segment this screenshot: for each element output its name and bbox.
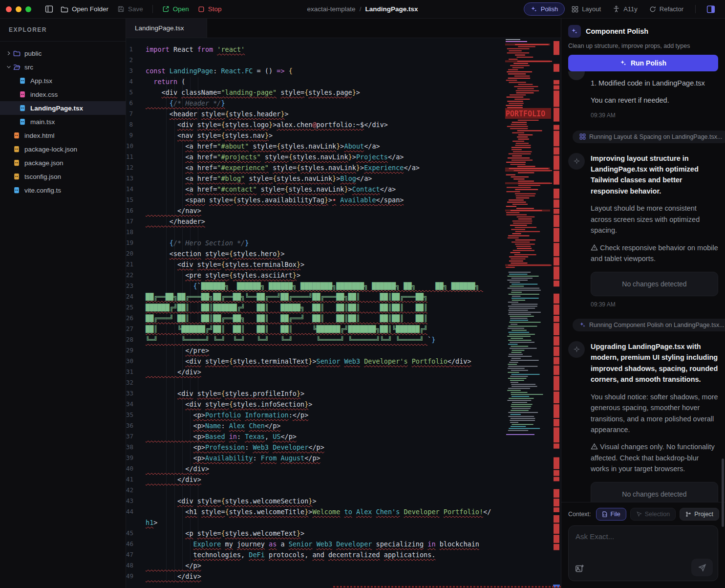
sidebar-item-package-lock-json[interactable]: package-lock.json bbox=[0, 142, 126, 156]
file-icon bbox=[19, 77, 26, 84]
sidebar-item-vite-config-ts[interactable]: vite.config.ts bbox=[0, 183, 126, 197]
tab-landingpage[interactable]: LandingPage.tsx bbox=[126, 19, 207, 38]
minimize-window-button[interactable] bbox=[16, 6, 21, 12]
code-line[interactable]: 26██╔═══╝ ██║ ██║██╔══██╗ ██║ ██╔══╝ ██║… bbox=[126, 313, 503, 324]
code-line[interactable]: 9 <nav style={styles.nav}> bbox=[126, 130, 503, 141]
context-pill-project[interactable]: Project bbox=[680, 508, 719, 521]
code-line[interactable]: 24██╔══██╗██╔═══██╗██╔══██╗╚══██╔══╝██╔═… bbox=[126, 291, 503, 302]
code-line[interactable]: 18 bbox=[126, 227, 503, 238]
code-line[interactable]: 33 <div style={styles.profileInfo}> bbox=[126, 388, 503, 399]
sidebar-item-package-json[interactable]: package.json bbox=[0, 156, 126, 170]
code-line[interactable]: 8 <div style={styles.logo}>alex.chen@por… bbox=[126, 119, 503, 130]
sidebar-item-index-html[interactable]: index.html bbox=[0, 129, 126, 142]
code-line[interactable]: 29 </pre> bbox=[126, 345, 503, 356]
code-line[interactable]: 21 <div style={styles.terminalBox}> bbox=[126, 259, 503, 270]
context-pill-selection[interactable]: Selection bbox=[630, 508, 676, 521]
context-pill-file[interactable]: File bbox=[596, 508, 626, 521]
chevron-down-icon[interactable] bbox=[5, 65, 13, 69]
code-line[interactable]: 17 </header> bbox=[126, 216, 503, 227]
code-line[interactable]: 41 </div> bbox=[126, 474, 503, 485]
code-line[interactable]: 48 </p> bbox=[126, 560, 503, 571]
open-preview-button[interactable]: Open bbox=[158, 3, 193, 15]
code-line[interactable]: 46 Explore my journey as a Senior Web3 D… bbox=[126, 539, 503, 549]
code-line[interactable]: 11 <a href="#projects" style={styles.nav… bbox=[126, 152, 503, 162]
code-line[interactable]: 45 <p style={styles.welcomeText}> bbox=[126, 528, 503, 539]
line-number: 17 bbox=[126, 216, 146, 227]
code-line[interactable]: 12 <a href="#experience" style={styles.n… bbox=[126, 162, 503, 173]
code-line[interactable]: 39 <p>Availability: From August</p> bbox=[126, 453, 503, 463]
ask-input[interactable] bbox=[576, 532, 711, 541]
code-line[interactable]: 34 <div style={styles.infoSection}> bbox=[126, 399, 503, 410]
sidebar-item-main-tsx[interactable]: main.tsx bbox=[0, 115, 126, 129]
code-line[interactable]: 15 <span style={styles.availabilityTag}>… bbox=[126, 195, 503, 205]
code-line[interactable]: 20 <section style={styles.hero}> bbox=[126, 248, 503, 259]
panel-scrollbar[interactable] bbox=[722, 458, 724, 527]
code-line[interactable]: 19 {/* Hero Section */} bbox=[126, 238, 503, 248]
chevron-right-icon[interactable] bbox=[5, 51, 13, 56]
code-line[interactable]: 47 technologies, DeFi protocols, and dec… bbox=[126, 549, 503, 560]
save-button[interactable]: Save bbox=[113, 3, 148, 15]
code-line[interactable]: 28╚═╝ ╚═════╝ ╚═╝ ╚═╝ ╚═╝ ╚═╝ ╚═════╝ ╚═… bbox=[126, 334, 503, 345]
breadcrumb: exactai-template / LandingPage.tsx bbox=[307, 5, 418, 13]
code-lines[interactable]: 1import React from 'react'23const Landin… bbox=[126, 44, 503, 582]
refactor-button[interactable]: Refactor bbox=[644, 3, 688, 15]
code-line[interactable]: 6 {/* Header */} bbox=[126, 98, 503, 109]
ask-input-box[interactable] bbox=[568, 525, 718, 581]
code-line[interactable]: 40 </div> bbox=[126, 463, 503, 474]
code-line[interactable]: 27██║ ╚██████╔╝██║ ██║ ██║ ██║ ╚██████╔╝… bbox=[126, 324, 503, 334]
code-line[interactable]: 35 <p>Portfolio Information:</p> bbox=[126, 410, 503, 420]
code-line[interactable]: 16 </nav> bbox=[126, 205, 503, 216]
sidebar-item-landingpage-tsx[interactable]: LandingPage.tsx bbox=[0, 101, 126, 115]
code-line[interactable]: 30 <div style={styles.terminalText}>Seni… bbox=[126, 356, 503, 367]
sidebar-item-app-tsx[interactable]: App.tsx bbox=[0, 74, 126, 87]
run-polish-button[interactable]: Run Polish bbox=[568, 55, 718, 71]
code-line[interactable]: 25██████╔╝██║ ██║██████╔╝ ██║ █████╗ ██║… bbox=[126, 302, 503, 313]
zoom-window-button[interactable] bbox=[25, 6, 31, 12]
code-line[interactable]: 1import React from 'react' bbox=[126, 44, 503, 55]
code-line[interactable]: 14 <a href="#contact" style={styles.navL… bbox=[126, 184, 503, 195]
chat-history[interactable]: 1. Modified code in LandingPage.tsxYou c… bbox=[561, 71, 725, 502]
code-line[interactable]: 38 <p>Profession: Web3 Developer</p> bbox=[126, 442, 503, 453]
code-line[interactable]: 10 <a href="#about" style={styles.navLin… bbox=[126, 141, 503, 152]
code-line[interactable]: 36 <p>Name: Alex Chen</p> bbox=[126, 420, 503, 431]
code-line[interactable]: 7 <header style={styles.header}> bbox=[126, 109, 503, 119]
sidebar-item-tsconfig-json[interactable]: tsconfig.json bbox=[0, 170, 126, 183]
code-line[interactable]: 44 <h1 style={styles.welcomeTitle}>Welco… bbox=[126, 506, 503, 517]
sidebar-item-public[interactable]: public bbox=[0, 46, 126, 60]
attach-image-icon[interactable] bbox=[575, 564, 584, 575]
stop-button[interactable]: Stop bbox=[193, 3, 226, 15]
sidebar-item-src[interactable]: src bbox=[0, 60, 126, 74]
chevron-right-icon bbox=[6, 51, 11, 56]
overview-ruler[interactable] bbox=[552, 38, 561, 588]
toggle-sidebar-button[interactable] bbox=[42, 2, 56, 16]
code-line[interactable]: 13 <a href="#blog" style={styles.navLink… bbox=[126, 173, 503, 184]
code-line[interactable]: 42 bbox=[126, 485, 503, 496]
breadcrumb-project[interactable]: exactai-template bbox=[307, 5, 356, 13]
code-line[interactable]: 49 </div> bbox=[126, 571, 503, 582]
toggle-right-panel-button[interactable] bbox=[703, 3, 719, 16]
send-button[interactable] bbox=[691, 559, 713, 576]
code-line[interactable]: 43 <div style={styles.welcomeSection}> bbox=[126, 496, 503, 506]
open-folder-button[interactable]: Open Folder bbox=[56, 3, 113, 16]
sidebar-item-index-css[interactable]: index.css bbox=[0, 87, 126, 101]
a11y-button[interactable]: A11y bbox=[608, 3, 642, 15]
code-line[interactable]: h1> bbox=[126, 517, 503, 528]
code-line[interactable]: 5 <div className="landing-page" style={s… bbox=[126, 87, 503, 98]
status-chip-row: Running Component Polish on LandingPage.… bbox=[568, 319, 718, 331]
code-line[interactable]: 3const LandingPage: React.FC = () => { bbox=[126, 65, 503, 76]
layout-button[interactable]: Layout bbox=[567, 3, 606, 15]
polish-button[interactable]: Polish bbox=[524, 2, 565, 16]
code-line[interactable]: 2 bbox=[126, 55, 503, 65]
line-number: 29 bbox=[126, 345, 146, 356]
code-line[interactable]: 31 </div> bbox=[126, 367, 503, 377]
file-icon bbox=[602, 511, 608, 517]
code-line[interactable]: 23 {`██████╗ ██████╗ ██████╗ ████████╗██… bbox=[126, 281, 503, 291]
close-window-button[interactable] bbox=[6, 6, 12, 12]
code-line[interactable]: 32 bbox=[126, 377, 503, 388]
code-line[interactable]: 37 <p>Based in: Texas, US</p> bbox=[126, 431, 503, 442]
code-line[interactable]: 22 <pre style={styles.asciiArt}> bbox=[126, 270, 503, 281]
code-line[interactable]: 4 return ( bbox=[126, 76, 503, 87]
breadcrumb-file[interactable]: LandingPage.tsx bbox=[365, 5, 418, 13]
code-editor[interactable]: 1import React from 'react'23const Landin… bbox=[126, 38, 561, 588]
minimap[interactable] bbox=[504, 38, 552, 588]
